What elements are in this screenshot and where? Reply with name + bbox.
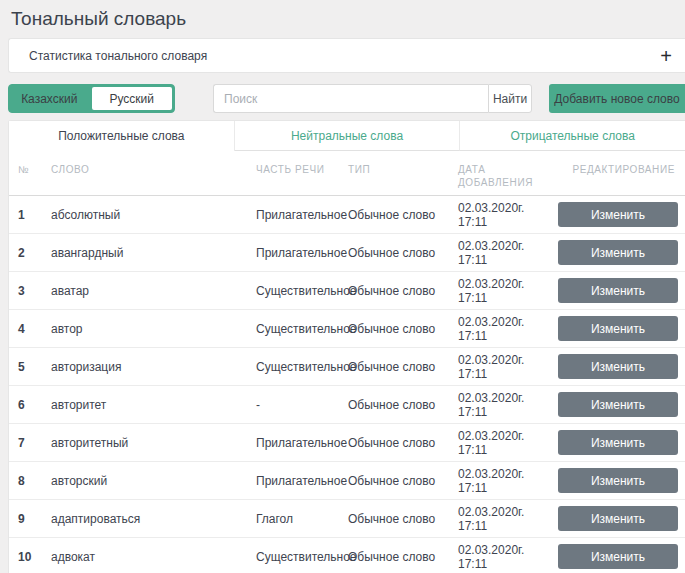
edit-cell: Изменить [558, 348, 685, 386]
row-number: 5 [9, 348, 51, 386]
words-card: Положительные слова Нейтральные слова От… [8, 120, 685, 573]
edit-button[interactable]: Изменить [558, 316, 678, 341]
edit-cell: Изменить [558, 234, 685, 272]
edit-button[interactable]: Изменить [558, 392, 678, 417]
expand-plus-icon[interactable]: + [660, 46, 672, 66]
edit-button[interactable]: Изменить [558, 430, 678, 455]
edit-cell: Изменить [558, 386, 685, 424]
word-cell: авангардный [51, 234, 256, 272]
date-added-cell: 02.03.2020г. 17:11 [458, 234, 558, 272]
word-type-cell: Обычное слово [348, 500, 458, 538]
edit-button[interactable]: Изменить [558, 278, 678, 303]
tab-bar: Положительные слова Нейтральные слова От… [9, 121, 685, 151]
word-type-cell: Обычное слово [348, 234, 458, 272]
statistics-panel[interactable]: Статистика тонального словаря + [8, 38, 685, 73]
row-number: 8 [9, 462, 51, 500]
language-option-russian[interactable]: Русский [90, 85, 175, 112]
word-cell: авторитетный [51, 424, 256, 462]
edit-button[interactable]: Изменить [558, 544, 678, 569]
table-row: 8авторскийПрилагательноеОбычное слово02.… [9, 462, 685, 500]
date-added-cell: 02.03.2020г. 17:11 [458, 424, 558, 462]
date-added-cell: 02.03.2020г. 17:11 [458, 538, 558, 573]
date-added-cell: 02.03.2020г. 17:11 [458, 196, 558, 234]
word-cell: абсолютный [51, 196, 256, 234]
part-of-speech-cell: Прилагательное [256, 462, 348, 500]
row-number: 2 [9, 234, 51, 272]
word-type-cell: Обычное слово [348, 196, 458, 234]
part-of-speech-cell: Прилагательное [256, 234, 348, 272]
column-header-word: СЛОВО [51, 151, 256, 196]
edit-cell: Изменить [558, 500, 685, 538]
edit-cell: Изменить [558, 462, 685, 500]
edit-cell: Изменить [558, 424, 685, 462]
word-cell: автор [51, 310, 256, 348]
part-of-speech-cell: Существительное [256, 272, 348, 310]
language-toggle: Казахский Русский [8, 84, 175, 113]
row-number: 3 [9, 272, 51, 310]
row-number: 1 [9, 196, 51, 234]
date-added-cell: 02.03.2020г. 17:11 [458, 462, 558, 500]
edit-button[interactable]: Изменить [558, 202, 678, 227]
row-number: 7 [9, 424, 51, 462]
word-type-cell: Обычное слово [348, 348, 458, 386]
column-header-editing: РЕДАКТИРОВАНИЕ [558, 151, 685, 196]
date-added-cell: 02.03.2020г. 17:11 [458, 310, 558, 348]
table-row: 3аватарСуществительноеОбычное слово02.03… [9, 272, 685, 310]
column-header-number: № [9, 151, 51, 196]
language-option-kazakh[interactable]: Казахский [9, 85, 90, 112]
search-button[interactable]: Найти [488, 84, 532, 113]
word-type-cell: Обычное слово [348, 272, 458, 310]
date-added-cell: 02.03.2020г. 17:11 [458, 500, 558, 538]
edit-button[interactable]: Изменить [558, 506, 678, 531]
search-input[interactable] [213, 84, 488, 113]
part-of-speech-cell: Существительное [256, 538, 348, 573]
word-cell: адаптироваться [51, 500, 256, 538]
edit-cell: Изменить [558, 538, 685, 573]
edit-cell: Изменить [558, 310, 685, 348]
table-row: 9адаптироватьсяГлаголОбычное слово02.03.… [9, 500, 685, 538]
row-number: 9 [9, 500, 51, 538]
word-type-cell: Обычное слово [348, 386, 458, 424]
date-added-cell: 02.03.2020г. 17:11 [458, 348, 558, 386]
word-cell: авторитет [51, 386, 256, 424]
date-added-cell: 02.03.2020г. 17:11 [458, 386, 558, 424]
word-type-cell: Обычное слово [348, 424, 458, 462]
search-group: Найти [213, 84, 532, 113]
table-row: 5авторизацияСуществительноеОбычное слово… [9, 348, 685, 386]
words-table: № СЛОВО ЧАСТЬ РЕЧИ ТИП ДАТА ДОБАВЛЕНИЯ Р… [9, 151, 685, 573]
edit-button[interactable]: Изменить [558, 468, 678, 493]
table-row: 1абсолютныйПрилагательноеОбычное слово02… [9, 196, 685, 234]
tab-neutral-words[interactable]: Нейтральные слова [235, 121, 461, 151]
word-type-cell: Обычное слово [348, 462, 458, 500]
row-number: 4 [9, 310, 51, 348]
edit-cell: Изменить [558, 272, 685, 310]
column-header-date-added: ДАТА ДОБАВЛЕНИЯ [458, 151, 558, 196]
row-number: 6 [9, 386, 51, 424]
part-of-speech-cell: - [256, 386, 348, 424]
edit-button[interactable]: Изменить [558, 354, 678, 379]
table-row: 7авторитетныйПрилагательноеОбычное слово… [9, 424, 685, 462]
table-row: 4авторСуществительноеОбычное слово02.03.… [9, 310, 685, 348]
tab-negative-words[interactable]: Отрицательные слова [460, 121, 685, 151]
word-type-cell: Обычное слово [348, 538, 458, 573]
part-of-speech-cell: Глагол [256, 500, 348, 538]
table-row: 10адвокатСуществительноеОбычное слово02.… [9, 538, 685, 573]
part-of-speech-cell: Существительное [256, 348, 348, 386]
column-header-part-of-speech: ЧАСТЬ РЕЧИ [256, 151, 348, 196]
column-header-type: ТИП [348, 151, 458, 196]
word-cell: авторский [51, 462, 256, 500]
page-title: Тональный словарь [0, 0, 685, 30]
words-table-body: 1абсолютныйПрилагательноеОбычное слово02… [9, 196, 685, 573]
table-header-row: № СЛОВО ЧАСТЬ РЕЧИ ТИП ДАТА ДОБАВЛЕНИЯ Р… [9, 151, 685, 196]
tab-positive-words[interactable]: Положительные слова [9, 121, 235, 151]
date-added-cell: 02.03.2020г. 17:11 [458, 272, 558, 310]
table-row: 2авангардныйПрилагательноеОбычное слово0… [9, 234, 685, 272]
word-cell: адвокат [51, 538, 256, 573]
word-type-cell: Обычное слово [348, 310, 458, 348]
statistics-panel-label: Статистика тонального словаря [29, 49, 207, 63]
edit-button[interactable]: Изменить [558, 240, 678, 265]
table-row: 6авторитет-Обычное слово02.03.2020г. 17:… [9, 386, 685, 424]
word-cell: аватар [51, 272, 256, 310]
add-new-word-button[interactable]: Добавить новое слово [549, 84, 685, 113]
part-of-speech-cell: Прилагательное [256, 196, 348, 234]
